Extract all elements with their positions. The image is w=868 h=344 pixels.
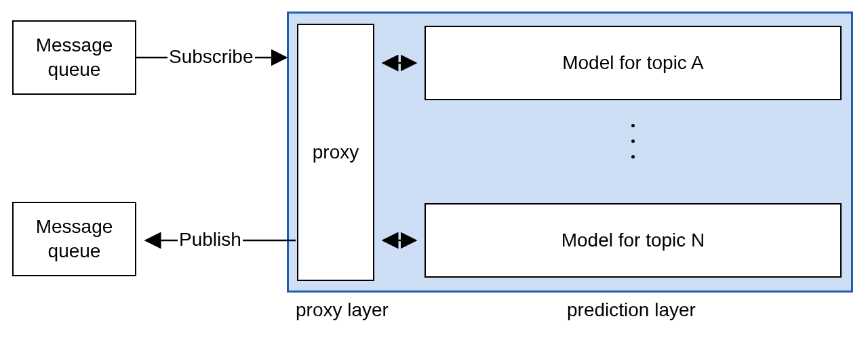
model-ellipsis — [631, 124, 635, 158]
publish-label: Publish — [178, 229, 243, 251]
message-queue-top-label: Message queue — [36, 33, 113, 83]
model-n-box-label: Model for topic N — [561, 228, 705, 253]
dot-icon — [631, 124, 635, 127]
subscribe-label: Subscribe — [167, 46, 255, 68]
dot-icon — [631, 139, 635, 143]
message-queue-bottom: Message queue — [12, 202, 136, 276]
proxy-model-n-arrow — [374, 234, 425, 248]
proxy-box: proxy — [297, 24, 374, 281]
model-a-box-label: Model for topic A — [562, 51, 704, 75]
message-queue-top: Message queue — [12, 20, 136, 95]
proxy-model-a-arrow — [374, 57, 425, 70]
model-a-box: Model for topic A — [425, 26, 842, 100]
message-queue-bottom-label: Message queue — [36, 215, 113, 264]
prediction-layer-label: prediction layer — [566, 299, 697, 321]
model-n-box: Model for topic N — [425, 203, 842, 278]
proxy-layer-label: proxy layer — [294, 299, 390, 321]
proxy-box-label: proxy — [313, 140, 359, 165]
dot-icon — [631, 155, 635, 158]
